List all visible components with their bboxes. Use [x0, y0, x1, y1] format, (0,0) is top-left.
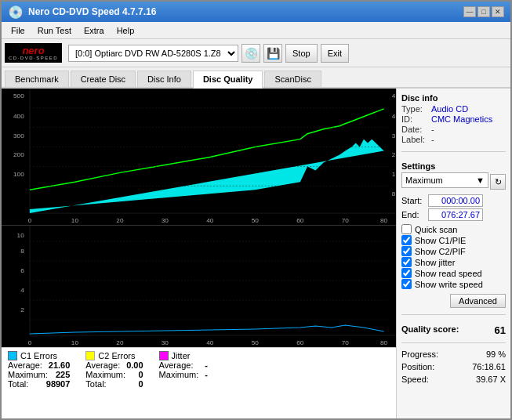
- c1-color: [8, 351, 17, 360]
- disc-label-value: -: [431, 135, 434, 144]
- tab-scan-disc[interactable]: ScanDisc: [264, 71, 321, 87]
- svg-text:20: 20: [116, 339, 124, 346]
- save-icon[interactable]: 💾: [263, 44, 282, 63]
- svg-text:48: 48: [392, 92, 396, 100]
- menu-help[interactable]: Help: [111, 24, 141, 37]
- svg-text:40: 40: [392, 113, 396, 120]
- jitter-color: [159, 351, 169, 360]
- jitter-checkbox[interactable]: [401, 257, 412, 267]
- drive-selector[interactable]: [0:0] Optiarc DVD RW AD-5280S 1.Z8: [68, 45, 238, 62]
- jitter-max-value: -: [205, 370, 208, 379]
- speed-selector[interactable]: Maximum ▼: [401, 172, 488, 188]
- right-panel: Disc info Type: Audio CD ID: CMC Magneti…: [397, 89, 510, 418]
- bottom-chart: 10 8 6 4 2 0 10 20 30 40 50 60 70 80: [2, 226, 396, 347]
- speed-label: Speed:: [401, 375, 429, 384]
- write-speed-row: Show write speed: [401, 279, 506, 289]
- disc-info-title: Disc info: [401, 93, 506, 103]
- stop-button[interactable]: Stop: [285, 44, 318, 63]
- minimize-button[interactable]: —: [463, 6, 476, 17]
- jitter-avg-value: -: [205, 360, 208, 370]
- svg-text:30: 30: [162, 339, 169, 346]
- title-bar: 💿 Nero CD-DVD Speed 4.7.7.16 — □ ✕: [2, 2, 510, 22]
- svg-text:6: 6: [20, 267, 24, 274]
- jitter-label: Jitter: [172, 351, 191, 360]
- quick-scan-row: Quick scan: [401, 224, 506, 234]
- end-label: End:: [401, 210, 428, 219]
- svg-text:10: 10: [17, 232, 25, 239]
- tab-create-disc[interactable]: Create Disc: [71, 71, 136, 87]
- end-input[interactable]: [428, 208, 483, 221]
- svg-text:16: 16: [392, 171, 396, 178]
- id-value: CMC Magnetics: [431, 114, 492, 124]
- svg-text:500: 500: [13, 92, 24, 100]
- svg-text:32: 32: [392, 132, 396, 139]
- c1-avg-value: 21.60: [49, 360, 71, 370]
- svg-text:60: 60: [296, 339, 304, 346]
- svg-marker-22: [30, 139, 384, 213]
- c2-pif-label: Show C2/PIF: [415, 247, 466, 256]
- refresh-icon[interactable]: ↻: [490, 174, 506, 190]
- legend-c1: C1 Errors Average: 21.60 Maximum: 225 To…: [8, 351, 70, 389]
- tab-disc-info[interactable]: Disc Info: [137, 71, 191, 87]
- settings-section: Settings Maximum ▼ ↻ Start: End:: [401, 161, 506, 308]
- c2-max-label: Maximum:: [85, 370, 125, 379]
- svg-text:10: 10: [71, 339, 79, 346]
- start-label: Start:: [401, 196, 428, 205]
- c1-max-label: Maximum:: [8, 370, 48, 379]
- divider-2: [401, 314, 506, 315]
- disc-icon[interactable]: 💿: [241, 44, 260, 63]
- menu-file[interactable]: File: [5, 24, 31, 37]
- disc-label-label: Label:: [401, 135, 431, 144]
- svg-text:100: 100: [13, 171, 24, 178]
- c1-pie-checkbox[interactable]: [401, 235, 412, 245]
- menu-run-test[interactable]: Run Test: [31, 24, 78, 37]
- svg-text:200: 200: [13, 152, 24, 159]
- type-label: Type:: [401, 104, 431, 114]
- main-window: 💿 Nero CD-DVD Speed 4.7.7.16 — □ ✕ File …: [0, 0, 512, 420]
- read-speed-row: Show read speed: [401, 268, 506, 278]
- progress-row: Progress: 99 %: [401, 349, 506, 359]
- svg-text:300: 300: [13, 132, 24, 139]
- write-speed-checkbox[interactable]: [401, 279, 412, 289]
- c1-avg-label: Average:: [8, 360, 42, 370]
- chart-area: 500 400 300 200 100 48 40 32 24 16 8 0 1…: [2, 89, 397, 418]
- exit-button[interactable]: Exit: [321, 44, 349, 63]
- c1-pie-row: Show C1/PIE: [401, 235, 506, 245]
- c2-total-label: Total:: [85, 379, 106, 389]
- quick-scan-checkbox[interactable]: [401, 224, 412, 234]
- tabs: Benchmark Create Disc Disc Info Disc Qua…: [2, 67, 510, 89]
- position-row: Position: 76:18.61: [401, 362, 506, 371]
- svg-text:8: 8: [20, 248, 24, 255]
- svg-text:80: 80: [380, 339, 388, 346]
- c2-pif-checkbox[interactable]: [401, 246, 412, 256]
- advanced-button[interactable]: Advanced: [450, 294, 506, 308]
- menu-extra[interactable]: Extra: [78, 24, 111, 37]
- maximize-button[interactable]: □: [478, 6, 490, 17]
- read-speed-checkbox[interactable]: [401, 268, 412, 278]
- svg-text:40: 40: [206, 217, 214, 224]
- svg-text:70: 70: [342, 339, 350, 346]
- legend-c2: C2 Errors Average: 0.00 Maximum: 0 Total…: [85, 351, 143, 389]
- quick-scan-label: Quick scan: [415, 225, 457, 234]
- close-button[interactable]: ✕: [492, 6, 504, 17]
- svg-text:0: 0: [28, 339, 32, 346]
- svg-text:50: 50: [252, 217, 260, 224]
- start-input[interactable]: [428, 194, 483, 207]
- c1-max-value: 225: [56, 370, 70, 379]
- svg-text:30: 30: [162, 217, 169, 224]
- quality-score-row: Quality score: 61: [401, 324, 506, 336]
- tab-disc-quality[interactable]: Disc Quality: [193, 71, 263, 89]
- svg-text:20: 20: [116, 217, 124, 224]
- tab-benchmark[interactable]: Benchmark: [5, 71, 69, 87]
- svg-text:70: 70: [342, 217, 350, 224]
- read-speed-label: Show read speed: [415, 269, 482, 278]
- window-title: Nero CD-DVD Speed 4.7.7.16: [28, 6, 156, 17]
- c2-color: [85, 351, 95, 360]
- c1-label: C1 Errors: [20, 351, 57, 360]
- id-label: ID:: [401, 114, 431, 124]
- jitter-row: Show jitter: [401, 257, 506, 267]
- jitter-checkbox-label: Show jitter: [415, 258, 455, 267]
- divider-1: [401, 151, 506, 152]
- c1-pie-label: Show C1/PIE: [415, 236, 466, 245]
- legend-jitter: Jitter Average: - Maximum: -: [159, 351, 208, 389]
